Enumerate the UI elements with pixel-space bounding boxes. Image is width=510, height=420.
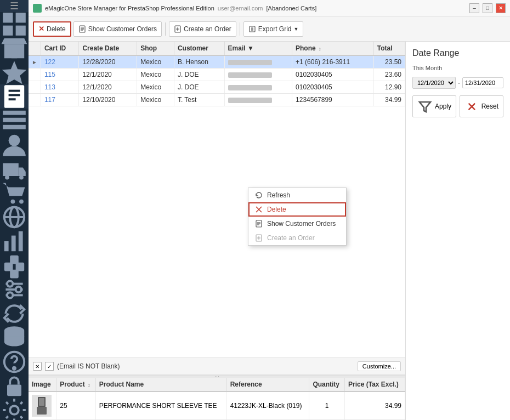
table-container[interactable]: Cart ID Create Date Shop Customer Email … (29, 42, 405, 357)
main-content: eMagicOne Store Manager for PrestaShop P… (29, 0, 510, 420)
sidebar-item-store[interactable] (0, 36, 29, 60)
sidebar-item-customers[interactable] (0, 133, 29, 157)
end-date-input[interactable] (462, 77, 503, 88)
details-price: 34.99 (345, 391, 405, 420)
content-area: Cart ID Create Date Shop Customer Email … (29, 42, 510, 420)
details-col-image[interactable]: Image (29, 378, 56, 391)
maximize-button[interactable]: □ (483, 3, 492, 13)
show-customer-orders-button[interactable]: Show Customer Orders (73, 21, 162, 37)
table-row[interactable]: 115 12/1/2020 Mexico J. DOE 0102030405 2… (29, 69, 405, 81)
sidebar-item-shipping[interactable] (0, 157, 29, 181)
col-create-date[interactable]: Create Date (79, 42, 137, 55)
phone-sort-icon: ↕ (319, 46, 321, 52)
title-bar-left: eMagicOne Store Manager for PrestaShop P… (33, 4, 316, 13)
filter-close-button[interactable]: ✕ (33, 362, 42, 371)
close-button[interactable]: ✕ (496, 3, 506, 13)
title-bar: eMagicOne Store Manager for PrestaShop P… (29, 0, 510, 16)
sidebar-item-plugins[interactable] (0, 253, 29, 277)
apply-button[interactable]: Apply (412, 95, 456, 117)
details-col-product-name[interactable]: Product Name (95, 378, 226, 391)
row-cart-id: 122 (41, 55, 78, 69)
details-col-product[interactable]: Product ↕ (56, 378, 95, 391)
sidebar-item-dashboard[interactable] (0, 12, 29, 36)
details-col-reference[interactable]: Reference (226, 378, 309, 391)
row-email (224, 55, 292, 69)
row-phone: 1234567899 (292, 94, 374, 106)
sidebar-item-reports[interactable] (0, 229, 29, 253)
details-quantity: 1 (309, 391, 345, 420)
row-expand-cell (29, 81, 41, 94)
toolbar: ✕ Delete Show Customer Orders Create an … (29, 16, 510, 42)
table-row[interactable]: 113 12/1/2020 Mexico J. DOE 0102030405 1… (29, 81, 405, 94)
row-email (224, 81, 292, 94)
filter-checkbox[interactable]: ✓ (45, 362, 54, 371)
start-date-select[interactable]: 12/1/2020 (412, 77, 456, 89)
col-shop[interactable]: Shop (137, 42, 174, 55)
export-dropdown-icon: ▼ (293, 26, 298, 32)
reset-button[interactable]: Reset (460, 95, 503, 117)
row-expand-cell (29, 69, 41, 81)
reset-icon (464, 99, 479, 114)
details-col-price[interactable]: Price (Tax Excl.) (345, 378, 405, 391)
table-row[interactable]: ► 122 12/28/2020 Mexico B. Henson +1 (60… (29, 55, 405, 69)
details-col-quantity[interactable]: Quantity (309, 378, 345, 391)
grid-area: Cart ID Create Date Shop Customer Email … (29, 42, 406, 420)
col-customer[interactable]: Customer (174, 42, 224, 55)
minimize-button[interactable]: – (469, 3, 479, 13)
col-expand (29, 42, 41, 55)
col-phone[interactable]: Phone ↕ (292, 42, 374, 55)
row-cart-id: 113 (41, 81, 78, 94)
details-header-row: Image Product ↕ Product Name Reference Q… (29, 378, 405, 391)
row-shop: Mexico (137, 94, 174, 106)
sidebar-item-settings[interactable] (0, 398, 29, 420)
row-total: 23.60 (373, 69, 405, 81)
sidebar-item-help[interactable] (0, 350, 29, 374)
sidebar-item-star[interactable] (0, 60, 29, 84)
sidebar-item-cart[interactable] (0, 181, 29, 205)
data-table: Cart ID Create Date Shop Customer Email … (29, 42, 405, 106)
row-expand-cell: ► (29, 55, 41, 69)
svg-marker-5 (2, 61, 27, 84)
sidebar-item-catalog[interactable] (0, 109, 29, 133)
row-customer: B. Henson (174, 55, 224, 69)
delete-label: Delete (47, 25, 66, 33)
context-menu: Refresh Delete Show Customer Orders Crea… (248, 188, 347, 246)
create-order-button[interactable]: Create an Order (169, 21, 236, 37)
row-create-date: 12/10/2020 (79, 94, 137, 106)
details-reference: 41223JK-XL-Black (019) (226, 391, 309, 420)
table-row[interactable]: 117 12/10/2020 Mexico T. Test 1234567899… (29, 94, 405, 106)
svg-rect-0 (3, 13, 13, 22)
panel-title: Date Range (412, 48, 503, 58)
row-phone: +1 (606) 216-3911 (292, 55, 374, 69)
apply-label: Apply (435, 103, 451, 110)
context-menu-delete[interactable]: Delete (248, 202, 346, 217)
col-email[interactable]: Email ▼ (224, 42, 292, 55)
context-menu-refresh[interactable]: Refresh (248, 188, 346, 202)
context-menu-show-orders[interactable]: Show Customer Orders (248, 217, 346, 231)
export-grid-button[interactable]: Export Grid ▼ (243, 21, 304, 37)
sidebar-item-db[interactable] (0, 326, 29, 350)
sidebar-item-settings2[interactable] (0, 277, 29, 302)
col-total[interactable]: Total (373, 42, 405, 55)
sidebar-item-orders[interactable] (0, 84, 29, 109)
sidebar-item-sync[interactable] (0, 302, 29, 326)
svg-rect-6 (4, 85, 24, 108)
table-header-row: Cart ID Create Date Shop Customer Email … (29, 42, 405, 55)
svg-rect-23 (12, 236, 16, 252)
delete-button[interactable]: ✕ Delete (33, 21, 71, 37)
title-blur: user@email.com (218, 5, 263, 12)
row-total: 12.90 (373, 81, 405, 94)
row-shop: Mexico (137, 69, 174, 81)
filter-icon (417, 99, 433, 114)
col-cart-id[interactable]: Cart ID (41, 42, 78, 55)
customize-button[interactable]: Customize... (358, 361, 401, 371)
sidebar-item-globe[interactable] (0, 205, 29, 229)
filter-text: (Email IS NOT Blank) (57, 362, 354, 370)
svg-rect-11 (3, 118, 26, 122)
sidebar-item-lock[interactable] (0, 374, 29, 398)
panel-preset-label: This Month (412, 65, 503, 71)
row-customer: T. Test (174, 94, 224, 106)
reset-label: Reset (481, 103, 498, 110)
panel-buttons: Apply Reset (412, 95, 503, 117)
orders-context-icon (255, 220, 263, 228)
